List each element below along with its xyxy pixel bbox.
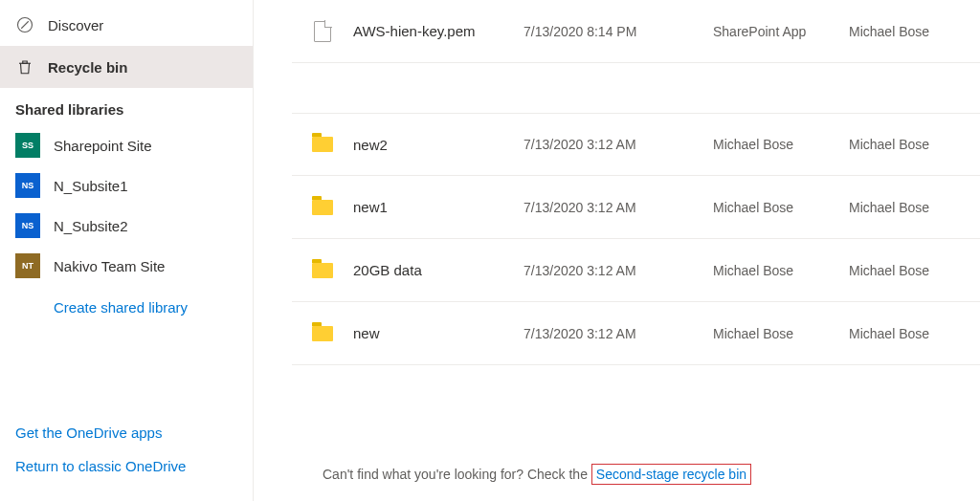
create-shared-library-link[interactable]: Create shared library xyxy=(0,286,253,316)
nav-recycle-bin[interactable]: Recycle bin xyxy=(0,46,253,88)
file-name: 20GB data xyxy=(353,262,523,278)
library-badge: NS xyxy=(15,173,40,198)
svg-line-1 xyxy=(21,21,29,29)
file-created-by: Michael Bose xyxy=(849,326,980,341)
library-label: N_Subsite2 xyxy=(54,218,128,234)
shared-libraries-header: Shared libraries xyxy=(0,88,253,125)
file-date: 7/13/2020 3:12 AM xyxy=(523,326,713,341)
file-row[interactable]: new 7/13/2020 3:12 AM Michael Bose Micha… xyxy=(292,302,980,365)
library-badge: NT xyxy=(15,253,40,278)
folder-icon xyxy=(312,200,333,215)
file-row[interactable]: 20GB data 7/13/2020 3:12 AM Michael Bose… xyxy=(292,239,980,302)
file-created-by: Michael Bose xyxy=(849,24,980,39)
help-prefix: Can't find what you're looking for? Chec… xyxy=(323,467,591,482)
spacer xyxy=(292,63,980,113)
file-date: 7/13/2020 8:14 PM xyxy=(523,24,713,39)
file-deleted-by: SharePoint App xyxy=(713,24,849,39)
file-deleted-by: Michael Bose xyxy=(713,200,849,215)
nav-discover[interactable]: Discover xyxy=(0,4,253,46)
file-row[interactable]: new2 7/13/2020 3:12 AM Michael Bose Mich… xyxy=(292,113,980,176)
folder-icon xyxy=(312,263,333,278)
file-created-by: Michael Bose xyxy=(849,200,980,215)
library-label: N_Subsite1 xyxy=(54,178,128,194)
discover-icon xyxy=(15,15,34,34)
sidebar-footer: Get the OneDrive apps Return to classic … xyxy=(0,405,253,501)
second-stage-recycle-bin-link[interactable]: Second-stage recycle bin xyxy=(591,464,751,485)
file-deleted-by: Michael Bose xyxy=(713,263,849,278)
folder-icon xyxy=(312,137,333,152)
file-name: new xyxy=(353,325,523,341)
library-n-subsite2[interactable]: NS N_Subsite2 xyxy=(0,206,253,246)
library-badge: NS xyxy=(15,213,40,238)
file-created-by: Michael Bose xyxy=(849,263,980,278)
file-deleted-by: Michael Bose xyxy=(713,326,849,341)
nav-label: Discover xyxy=(48,17,103,33)
file-date: 7/13/2020 3:12 AM xyxy=(523,263,713,278)
sidebar: Discover Recycle bin Shared libraries SS… xyxy=(0,0,254,501)
folder-icon xyxy=(312,326,333,341)
file-date: 7/13/2020 3:12 AM xyxy=(523,137,713,152)
library-badge: SS xyxy=(15,133,40,158)
file-name: AWS-hien-key.pem xyxy=(353,23,523,39)
file-deleted-by: Michael Bose xyxy=(713,137,849,152)
help-text: Can't find what you're looking for? Chec… xyxy=(323,467,751,482)
library-n-subsite1[interactable]: NS N_Subsite1 xyxy=(0,165,253,206)
file-row[interactable]: AWS-hien-key.pem 7/13/2020 8:14 PM Share… xyxy=(292,0,980,63)
file-icon xyxy=(314,21,331,42)
library-label: Sharepoint Site xyxy=(54,138,152,154)
library-nakivo-team-site[interactable]: NT Nakivo Team Site xyxy=(0,246,253,286)
get-onedrive-apps-link[interactable]: Get the OneDrive apps xyxy=(15,415,237,448)
file-name: new1 xyxy=(353,199,523,215)
file-created-by: Michael Bose xyxy=(849,137,980,152)
recycle-bin-file-list: AWS-hien-key.pem 7/13/2020 8:14 PM Share… xyxy=(254,0,980,365)
main-content: AWS-hien-key.pem 7/13/2020 8:14 PM Share… xyxy=(254,0,980,501)
file-name: new2 xyxy=(353,137,523,153)
nav-label: Recycle bin xyxy=(48,59,127,76)
file-date: 7/13/2020 3:12 AM xyxy=(523,200,713,215)
recycle-bin-icon xyxy=(15,57,34,76)
library-label: Nakivo Team Site xyxy=(54,258,165,274)
library-sharepoint-site[interactable]: SS Sharepoint Site xyxy=(0,125,253,165)
file-row[interactable]: new1 7/13/2020 3:12 AM Michael Bose Mich… xyxy=(292,176,980,239)
return-classic-onedrive-link[interactable]: Return to classic OneDrive xyxy=(15,448,237,482)
